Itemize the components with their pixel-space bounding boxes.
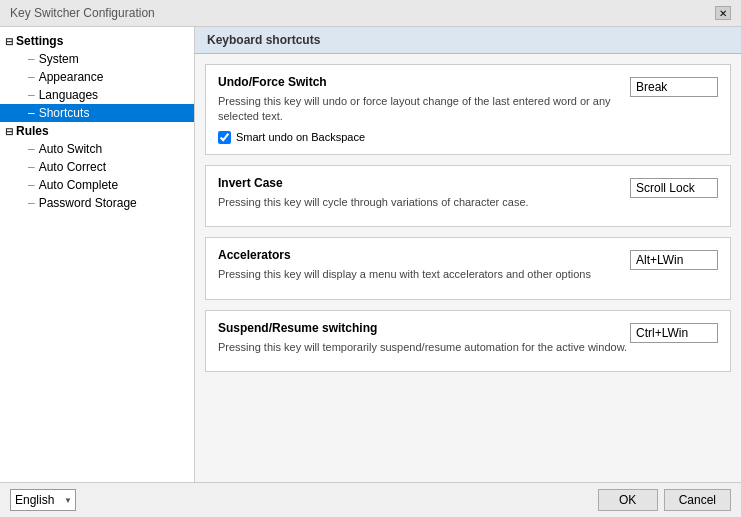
section-undo-force: Undo/Force Switch Pressing this key will… (205, 64, 731, 155)
shortcut-key-wrap (630, 75, 718, 97)
shortcut-key-wrap (630, 248, 718, 270)
sidebar-group-rules[interactable]: ⊟Rules (0, 122, 194, 140)
sidebar-item-label: Auto Correct (39, 160, 106, 174)
ok-button[interactable]: OK (598, 489, 658, 511)
shortcut-desc: Pressing this key will undo or force lay… (218, 94, 630, 125)
cancel-button[interactable]: Cancel (664, 489, 731, 511)
shortcut-title: Accelerators (218, 248, 630, 262)
sidebar-item-label: Auto Switch (39, 142, 102, 156)
title-bar: Key Switcher Configuration ✕ (0, 0, 741, 27)
shortcut-left: Invert Case Pressing this key will cycle… (218, 176, 630, 216)
sidebar-item-label: Languages (39, 88, 98, 102)
group-label: Rules (16, 124, 49, 138)
dash-icon: – (28, 160, 35, 174)
title-bar-text: Key Switcher Configuration (10, 6, 155, 20)
checkbox-row: Smart undo on Backspace (218, 131, 630, 144)
toggle-icon: ⊟ (5, 36, 13, 47)
sidebar-item-shortcuts[interactable]: –Shortcuts (0, 104, 194, 122)
sidebar-group-settings[interactable]: ⊟Settings (0, 32, 194, 50)
shortcut-title: Invert Case (218, 176, 630, 190)
checkbox-label: Smart undo on Backspace (236, 131, 365, 143)
shortcut-row: Suspend/Resume switching Pressing this k… (218, 321, 718, 361)
content-header: Keyboard shortcuts (195, 27, 741, 54)
section-suspend-resume: Suspend/Resume switching Pressing this k… (205, 310, 731, 372)
shortcut-row: Undo/Force Switch Pressing this key will… (218, 75, 718, 144)
toggle-icon: ⊟ (5, 126, 13, 137)
sidebar-item-appearance[interactable]: –Appearance (0, 68, 194, 86)
shortcut-key-input[interactable] (630, 323, 718, 343)
shortcut-key-input[interactable] (630, 178, 718, 198)
shortcut-key-input[interactable] (630, 77, 718, 97)
bottom-buttons: OK Cancel (598, 489, 731, 511)
sidebar-item-label: Shortcuts (39, 106, 90, 120)
shortcut-title: Undo/Force Switch (218, 75, 630, 89)
sidebar-item-auto-complete[interactable]: –Auto Complete (0, 176, 194, 194)
sidebar-item-label: Appearance (39, 70, 104, 84)
sidebar-item-auto-switch[interactable]: –Auto Switch (0, 140, 194, 158)
content-body: Undo/Force Switch Pressing this key will… (195, 54, 741, 392)
dash-icon: – (28, 106, 35, 120)
smart-undo-checkbox[interactable] (218, 131, 231, 144)
bottom-bar: EnglishRussianGermanFrenchSpanish OK Can… (0, 482, 741, 517)
shortcut-key-input[interactable] (630, 250, 718, 270)
shortcut-row: Invert Case Pressing this key will cycle… (218, 176, 718, 216)
dash-icon: – (28, 196, 35, 210)
close-button[interactable]: ✕ (715, 6, 731, 20)
sidebar: ⊟Settings–System–Appearance–Languages–Sh… (0, 27, 195, 482)
sidebar-item-label: System (39, 52, 79, 66)
section-accelerators: Accelerators Pressing this key will disp… (205, 237, 731, 299)
shortcut-row: Accelerators Pressing this key will disp… (218, 248, 718, 288)
language-dropdown[interactable]: EnglishRussianGermanFrenchSpanish (10, 489, 76, 511)
language-select: EnglishRussianGermanFrenchSpanish (10, 489, 76, 511)
shortcut-left: Undo/Force Switch Pressing this key will… (218, 75, 630, 144)
shortcut-desc: Pressing this key will cycle through var… (218, 195, 630, 210)
sidebar-item-label: Auto Complete (39, 178, 118, 192)
shortcut-key-wrap (630, 176, 718, 198)
sidebar-item-auto-correct[interactable]: –Auto Correct (0, 158, 194, 176)
shortcut-desc: Pressing this key will temporarily suspe… (218, 340, 630, 355)
shortcut-left: Accelerators Pressing this key will disp… (218, 248, 630, 288)
shortcut-desc: Pressing this key will display a menu wi… (218, 267, 630, 282)
dash-icon: – (28, 178, 35, 192)
main-container: ⊟Settings–System–Appearance–Languages–Sh… (0, 27, 741, 482)
dash-icon: – (28, 52, 35, 66)
shortcut-key-wrap (630, 321, 718, 343)
sidebar-item-password-storage[interactable]: –Password Storage (0, 194, 194, 212)
language-select-wrap[interactable]: EnglishRussianGermanFrenchSpanish (10, 489, 76, 511)
group-label: Settings (16, 34, 63, 48)
shortcut-title: Suspend/Resume switching (218, 321, 630, 335)
dash-icon: – (28, 142, 35, 156)
shortcut-left: Suspend/Resume switching Pressing this k… (218, 321, 630, 361)
sidebar-item-languages[interactable]: –Languages (0, 86, 194, 104)
dash-icon: – (28, 88, 35, 102)
sidebar-item-system[interactable]: –System (0, 50, 194, 68)
dash-icon: – (28, 70, 35, 84)
content-area: Keyboard shortcuts Undo/Force Switch Pre… (195, 27, 741, 482)
sidebar-item-label: Password Storage (39, 196, 137, 210)
section-invert-case: Invert Case Pressing this key will cycle… (205, 165, 731, 227)
